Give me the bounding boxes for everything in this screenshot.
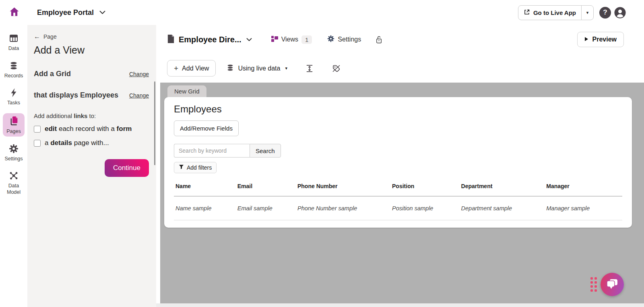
column-header[interactable]: Name <box>174 179 236 196</box>
add-view-panel: ← Page Add a View Add a Grid Change that… <box>27 25 156 307</box>
views-tab[interactable]: Views 1 <box>271 35 312 44</box>
main-area: Employee Dire... Views 1 Settings <box>156 25 644 307</box>
left-nav-rail: Data Records Tasks Pages Settings <box>0 25 27 307</box>
sidebar-item-tasks[interactable]: Tasks <box>3 86 25 108</box>
play-icon <box>584 36 588 43</box>
back-arrow-icon: ← <box>34 33 40 40</box>
sidebar-item-data-model[interactable]: Data Model <box>3 169 25 197</box>
chat-bubbles-icon <box>606 278 619 290</box>
sample-cell: Department sample <box>460 196 545 220</box>
sample-cell: Email sample <box>236 196 296 220</box>
database-icon <box>9 61 19 72</box>
add-remove-fields-button[interactable]: Add/Remove Fields <box>174 120 239 136</box>
lock-unlocked-icon <box>376 35 382 44</box>
view-type-label: Add a Grid <box>34 70 71 78</box>
avatar-icon <box>614 6 626 19</box>
grid-table: Name Email Phone Number Position Departm… <box>174 179 622 220</box>
go-to-live-app-split-button: Go to Live App ▾ <box>518 5 594 20</box>
pages-icon <box>8 115 19 128</box>
live-data-dropdown[interactable]: Using live data ▾ <box>226 64 287 73</box>
add-filters-button[interactable]: Add filters <box>174 162 217 173</box>
topbar: Employee Portal Go to Live App ▾ ? <box>0 0 644 25</box>
chevron-down-icon <box>99 10 105 15</box>
panel-title: Add a View <box>34 44 149 56</box>
view-source-label: that displays Employees <box>34 91 118 100</box>
details-page-label: a details page with... <box>45 139 109 147</box>
lightning-icon <box>9 88 18 99</box>
sample-cell: Position sample <box>390 196 460 220</box>
search-input[interactable] <box>174 144 250 158</box>
column-header[interactable]: Manager <box>545 179 622 196</box>
grid-search: Search <box>174 144 622 158</box>
change-view-type-link[interactable]: Change <box>129 71 149 77</box>
gear-icon <box>327 35 334 44</box>
view-tab-new-grid[interactable]: New Grid <box>167 85 206 97</box>
back-to-page-link[interactable]: ← Page <box>34 33 149 40</box>
details-page-checkbox[interactable] <box>34 140 41 147</box>
app-name: Employee Portal <box>37 8 94 17</box>
go-to-live-app-dropdown[interactable]: ▾ <box>581 6 593 20</box>
page-lock-button[interactable] <box>376 35 382 44</box>
account-button[interactable] <box>614 7 626 19</box>
page-title-chevron[interactable] <box>246 36 252 43</box>
grid-view-card: Employees Add/Remove Fields Search Add f… <box>164 97 632 228</box>
home-button[interactable] <box>8 6 20 19</box>
go-to-live-app-label: Go to Live App <box>533 9 576 16</box>
edit-record-checkbox[interactable] <box>34 126 41 133</box>
preview-button[interactable]: Preview <box>577 32 624 47</box>
toggle-labels-button[interactable] <box>332 64 341 73</box>
sample-cell: Name sample <box>174 196 236 220</box>
panel-scrollbar[interactable] <box>154 81 155 165</box>
tag-slash-icon <box>332 64 341 73</box>
continue-button[interactable]: Continue <box>105 159 149 177</box>
help-button[interactable]: ? <box>599 7 611 19</box>
details-page-option: a details page with... <box>34 139 149 147</box>
gear-icon <box>9 144 19 155</box>
caret-down-icon: ▾ <box>586 10 589 15</box>
page-title: Employee Dire... <box>179 35 242 44</box>
column-header[interactable]: Email <box>236 179 296 196</box>
chat-drag-handle[interactable] <box>590 277 597 292</box>
table-header-row: Name Email Phone Number Position Departm… <box>174 179 622 196</box>
canvas-bottom-strip <box>156 303 644 307</box>
question-mark-icon: ? <box>603 8 607 17</box>
vertical-resize-icon <box>305 64 314 73</box>
page-settings-tab[interactable]: Settings <box>327 35 361 44</box>
home-icon <box>9 6 20 19</box>
page-header: Employee Dire... Views 1 Settings <box>156 25 644 54</box>
table-sample-row: Name sample Email sample Phone Number sa… <box>174 196 622 220</box>
views-blocks-icon <box>271 36 278 44</box>
grid-title: Employees <box>174 104 622 115</box>
edit-record-label: edit each record with a form <box>45 125 132 133</box>
preview-canvas: New Grid Employees Add/Remove Fields Sea… <box>160 83 644 303</box>
page-file-icon <box>167 34 175 45</box>
chat-launcher-button[interactable] <box>601 273 624 296</box>
view-toolbar: + Add View Using live data ▾ <box>156 54 644 83</box>
back-label: Page <box>43 33 57 40</box>
sidebar-item-pages[interactable]: Pages <box>3 113 25 137</box>
sidebar-item-settings[interactable]: Settings <box>3 142 25 164</box>
database-icon <box>226 64 234 73</box>
table-icon <box>9 33 19 45</box>
caret-down-icon: ▾ <box>285 66 287 71</box>
funnel-icon <box>179 164 184 171</box>
add-view-button[interactable]: + Add View <box>167 60 216 77</box>
nodes-icon <box>9 171 19 182</box>
chevron-down-icon <box>246 38 252 41</box>
sidebar-item-records[interactable]: Records <box>3 59 25 81</box>
search-button[interactable]: Search <box>250 144 281 158</box>
plus-icon: + <box>174 64 178 72</box>
sidebar-item-data[interactable]: Data <box>3 31 25 54</box>
column-header[interactable]: Position <box>390 179 460 196</box>
adjust-height-button[interactable] <box>305 64 314 73</box>
column-header[interactable]: Department <box>460 179 545 196</box>
go-to-live-app-button[interactable]: Go to Live App <box>518 6 581 20</box>
column-header[interactable]: Phone Number <box>296 179 390 196</box>
sample-cell: Manager sample <box>545 196 622 220</box>
change-view-source-link[interactable]: Change <box>129 92 149 99</box>
external-link-icon <box>524 9 530 17</box>
views-count-badge: 1 <box>301 35 312 44</box>
chat-widget <box>590 273 624 296</box>
app-switcher-chevron[interactable] <box>99 10 105 15</box>
additional-links-intro: Add additional links to: <box>34 112 149 119</box>
